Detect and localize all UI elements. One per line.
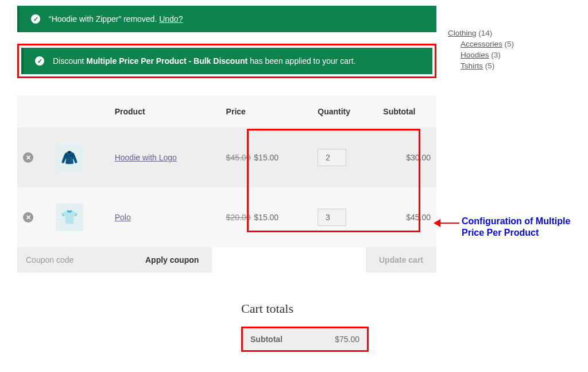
annotation: Configuration of Multiple Price Per Prod… xyxy=(434,216,588,239)
cart-table: Product Price Quantity Subtotal ✕ 🧥 Hood… xyxy=(17,95,436,247)
price-new: $15.00 xyxy=(254,213,278,222)
category-link-tshirts[interactable]: Tshirts xyxy=(461,62,483,70)
category-link-clothing[interactable]: Clothing xyxy=(448,29,477,37)
removed-prefix: “Hoodie with Zipper” removed. xyxy=(49,14,159,24)
undo-link[interactable]: Undo? xyxy=(159,14,183,24)
header-product: Product xyxy=(109,95,220,128)
remove-button[interactable]: ✕ xyxy=(23,152,33,163)
product-thumb[interactable]: 🧥 xyxy=(56,144,83,171)
cart-totals: Cart totals Subtotal $75.00 xyxy=(241,301,436,352)
cart-totals-title: Cart totals xyxy=(241,301,436,316)
totals-subtotal-value: $75.00 xyxy=(311,329,366,350)
price-new: $15.00 xyxy=(254,153,278,162)
notice-discount-text: Discount Multiple Price Per Product - Bu… xyxy=(53,56,356,66)
remove-button[interactable]: ✕ xyxy=(23,212,33,223)
category-link-accessories[interactable]: Accessories xyxy=(461,40,502,48)
price-old: $45.00 xyxy=(226,153,251,162)
discount-notice-highlight: ✓ Discount Multiple Price Per Product - … xyxy=(17,44,436,78)
annotation-text: Configuration of Multiple Price Per Prod… xyxy=(462,216,588,239)
row-subtotal: $30.00 xyxy=(377,128,436,187)
cart-actions: Apply coupon Update cart xyxy=(17,247,436,273)
category-count: (14) xyxy=(478,29,492,37)
discount-name: Multiple Price Per Product - Bulk Discou… xyxy=(86,56,247,66)
arrow-icon xyxy=(434,219,459,227)
category-count: (3) xyxy=(491,51,501,59)
header-quantity: Quantity xyxy=(312,95,377,128)
row-subtotal: $45.00 xyxy=(377,187,436,247)
notice-discount: ✓ Discount Multiple Price Per Product - … xyxy=(21,48,432,74)
update-cart-button[interactable]: Update cart xyxy=(366,247,436,273)
check-icon: ✓ xyxy=(35,56,44,66)
header-subtotal: Subtotal xyxy=(377,95,436,128)
category-sidebar: Clothing (14) Accessories (5) Hoodies (3… xyxy=(436,0,563,372)
apply-coupon-button[interactable]: Apply coupon xyxy=(132,247,212,273)
category-link-hoodies[interactable]: Hoodies xyxy=(461,51,489,59)
check-icon: ✓ xyxy=(31,14,40,24)
category-count: (5) xyxy=(505,40,514,48)
product-link[interactable]: Hoodie with Logo xyxy=(115,153,177,162)
product-link[interactable]: Polo xyxy=(115,213,131,222)
quantity-stepper[interactable] xyxy=(318,209,346,226)
table-row: ✕ 🧥 Hoodie with Logo $45.00 $15.00 $30.0… xyxy=(17,128,436,187)
category-count: (5) xyxy=(485,62,495,70)
totals-highlight-frame: Subtotal $75.00 xyxy=(241,327,369,352)
discount-prefix: Discount xyxy=(53,56,86,66)
notice-removed: ✓ “Hoodie with Zipper” removed. Undo? xyxy=(17,6,436,32)
coupon-input[interactable] xyxy=(17,247,132,273)
table-row: ✕ 👕 Polo $20.00 $15.00 $45.00 xyxy=(17,187,436,247)
product-thumb[interactable]: 👕 xyxy=(56,204,83,231)
totals-subtotal-label: Subtotal xyxy=(243,329,311,350)
cart-wrapper: Product Price Quantity Subtotal ✕ 🧥 Hood… xyxy=(17,95,436,247)
discount-suffix: has been applied to your cart. xyxy=(247,56,355,66)
notice-removed-text: “Hoodie with Zipper” removed. Undo? xyxy=(49,14,183,24)
quantity-stepper[interactable] xyxy=(318,149,346,166)
price-old: $20.00 xyxy=(226,213,251,222)
header-price: Price xyxy=(220,95,312,128)
